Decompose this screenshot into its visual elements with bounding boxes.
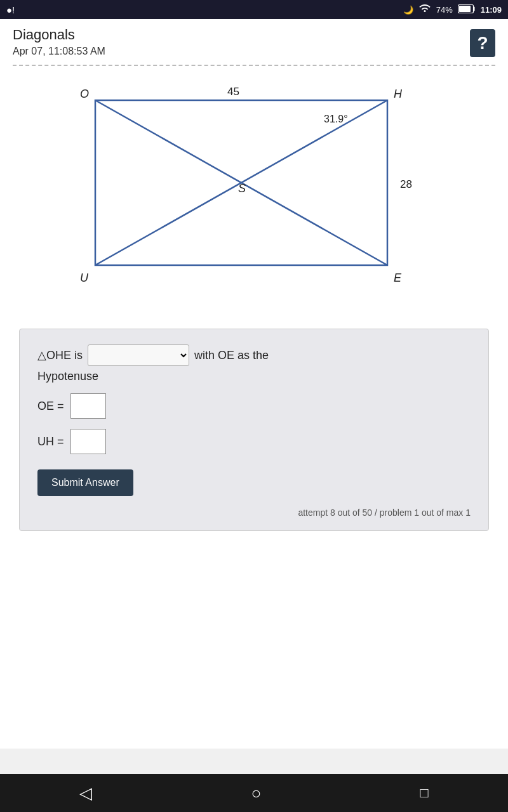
diagram-area: O H U E S 45 28 31.9° [0, 69, 508, 316]
hypotenuse-label: Hypotenuse [37, 370, 98, 383]
main-content: Diagonals Apr 07, 11:08:53 AM ? O H U [0, 19, 508, 749]
problem-suffix: with OE as the [194, 349, 269, 362]
home-button[interactable]: ○ [251, 783, 261, 803]
submit-button[interactable]: Submit Answer [37, 469, 133, 496]
oe-input[interactable] [70, 393, 106, 419]
back-button[interactable]: ◁ [79, 783, 92, 803]
status-left: ●! [6, 4, 15, 15]
svg-text:S: S [238, 182, 246, 195]
help-button[interactable]: ? [470, 29, 495, 57]
svg-text:H: H [394, 88, 403, 100]
problem-box: △OHE is right acute obtuse equilateral i… [19, 329, 489, 531]
svg-text:E: E [394, 272, 402, 284]
header-text-block: Diagonals Apr 07, 11:08:53 AM [13, 27, 105, 57]
uh-input[interactable] [70, 429, 106, 454]
page-title: Diagonals [13, 27, 105, 43]
problem-line2: Hypotenuse [37, 370, 471, 383]
geometry-diagram: O H U E S 45 28 31.9° [76, 81, 432, 297]
uh-label: UH = [37, 435, 64, 449]
app-icon: ●! [6, 4, 15, 15]
problem-line1: △OHE is right acute obtuse equilateral i… [37, 344, 471, 366]
svg-text:45: 45 [227, 86, 239, 98]
battery-text: 74% [436, 5, 453, 15]
oe-label: OE = [37, 400, 64, 413]
attempt-text: attempt 8 out of 50 / problem 1 out of m… [37, 508, 471, 518]
header: Diagonals Apr 07, 11:08:53 AM ? [0, 19, 508, 62]
uh-input-row: UH = [37, 429, 471, 454]
oe-input-row: OE = [37, 393, 471, 419]
battery-icon [458, 4, 476, 15]
svg-rect-1 [459, 6, 471, 12]
triangle-type-dropdown[interactable]: right acute obtuse equilateral isosceles [88, 344, 189, 366]
svg-text:28: 28 [400, 178, 412, 190]
time-display: 11:09 [481, 5, 502, 15]
svg-text:31.9°: 31.9° [324, 114, 348, 124]
diagram-container: O H U E S 45 28 31.9° [76, 81, 432, 310]
android-nav-bar: ◁ ○ □ [0, 774, 508, 812]
recents-button[interactable]: □ [420, 785, 429, 801]
status-right: 🌙 74% 11:09 [403, 4, 502, 15]
section-divider [13, 65, 495, 66]
problem-prefix: △OHE is [37, 348, 83, 362]
moon-icon: 🌙 [403, 5, 413, 15]
svg-text:O: O [80, 88, 89, 100]
svg-text:U: U [80, 272, 89, 284]
header-date: Apr 07, 11:08:53 AM [13, 46, 105, 57]
wifi-icon [418, 4, 431, 15]
status-bar: ●! 🌙 74% 11:09 [0, 0, 508, 19]
